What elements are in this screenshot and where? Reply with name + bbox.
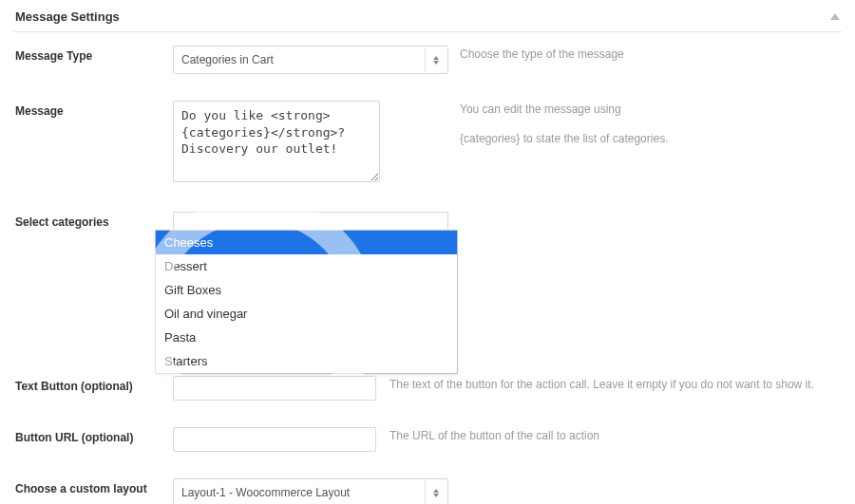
custom-layout-value: Layout-1 - Woocommerce Layout xyxy=(181,486,350,499)
panel-header: Message Settings xyxy=(13,0,842,32)
category-option[interactable]: Pasta xyxy=(156,326,457,349)
category-option[interactable]: Gift Boxes xyxy=(156,278,457,302)
text-button-input[interactable] xyxy=(173,376,376,401)
label-message-type: Message Type xyxy=(15,46,173,63)
categories-multiselect[interactable] xyxy=(173,212,448,230)
custom-layout-select[interactable]: Layout-1 - Woocommerce Layout xyxy=(173,478,448,504)
help-message-line2: {categories} to state the list of catego… xyxy=(460,130,840,148)
button-url-input[interactable] xyxy=(173,427,376,452)
row-message-type: Message Type Categories in Cart Choose t… xyxy=(13,32,842,87)
panel-title: Message Settings xyxy=(15,9,120,24)
help-button-url: The URL of the button of the call to act… xyxy=(378,427,840,445)
help-text-button: The text of the button for the action ca… xyxy=(378,376,840,394)
message-textarea[interactable] xyxy=(173,101,380,182)
row-text-button: Text Button (optional) The text of the b… xyxy=(13,372,842,414)
label-text-button: Text Button (optional) xyxy=(15,376,173,393)
row-select-categories: Select categories CheesesDessertGift Box… xyxy=(13,198,842,372)
category-option[interactable]: Starters xyxy=(156,349,457,373)
message-type-select[interactable]: Categories in Cart xyxy=(173,46,448,74)
collapse-icon[interactable] xyxy=(830,13,840,20)
categories-dropdown[interactable]: CheesesDessertGift BoxesOil and vinegarP… xyxy=(155,230,458,374)
row-message: Message You can edit the message using {… xyxy=(13,87,842,198)
category-option[interactable]: Oil and vinegar xyxy=(156,302,457,326)
select-arrows-icon xyxy=(425,47,446,72)
select-arrows-icon xyxy=(425,480,446,504)
help-message-type: Choose the type of the message xyxy=(448,46,840,64)
label-custom-layout: Choose a custom layout xyxy=(15,478,173,495)
label-select-categories: Select categories xyxy=(15,212,173,229)
row-button-url: Button URL (optional) The URL of the but… xyxy=(13,414,842,465)
row-custom-layout: Choose a custom layout Layout-1 - Woocom… xyxy=(13,465,842,504)
category-option[interactable]: Cheeses xyxy=(156,231,457,254)
message-type-value: Categories in Cart xyxy=(181,53,274,66)
label-button-url: Button URL (optional) xyxy=(15,427,173,444)
label-message: Message xyxy=(15,101,173,118)
help-message: You can edit the message using {categori… xyxy=(448,101,840,159)
help-message-line1: You can edit the message using xyxy=(460,101,840,119)
category-option[interactable]: Dessert xyxy=(156,254,457,278)
